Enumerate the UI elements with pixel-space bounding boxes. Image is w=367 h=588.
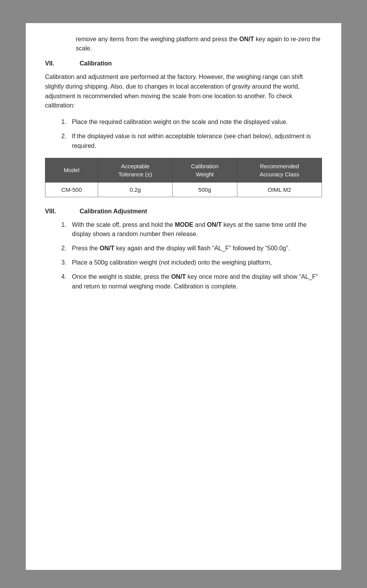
page-content: remove any items from the weighing platf…: [26, 23, 341, 570]
list-item: If the displayed value is not within acc…: [68, 132, 322, 151]
list-item-text: If the displayed value is not within acc…: [72, 133, 311, 149]
table-header-weight: CalibrationWeight: [172, 158, 237, 182]
section8-heading: VIII. Calibration Adjustment: [45, 208, 322, 215]
table-header-accuracy: RecommendedAccuracy Class: [237, 158, 322, 182]
table-row: CM-500 0.2g 500g OIML M2: [45, 182, 322, 197]
list-item-text: Place the required calibration weight on…: [72, 119, 288, 125]
section7-body: Calibration and adjustment are performed…: [45, 72, 322, 111]
list-item: Press the ON/T key again and the display…: [68, 244, 322, 253]
table-header-tolerance: AcceptableTolerance (±): [98, 158, 173, 182]
intro-bold: ON/T: [239, 36, 254, 42]
section7-number: VII.: [45, 60, 68, 67]
section7-title: Calibration: [80, 60, 112, 67]
list-item: With the scale off, press and hold the M…: [68, 220, 322, 240]
intro-paragraph: remove any items from the weighing platf…: [45, 35, 322, 53]
list-item: Place the required calibration weight on…: [68, 117, 322, 127]
calibration-table: Model AcceptableTolerance (±) Calibratio…: [45, 158, 322, 197]
list-item-text: With the scale off, press and hold the M…: [72, 221, 307, 238]
intro-text-before: remove any items from the weighing platf…: [76, 36, 239, 42]
table-cell-model: CM-500: [45, 182, 98, 197]
table-header-model: Model: [45, 158, 98, 182]
list-item-text: Press the ON/T key again and the display…: [72, 245, 290, 251]
section8-title: Calibration Adjustment: [80, 208, 147, 215]
list-item: Once the weight is stable, press the ON/…: [68, 272, 322, 291]
list-item-text: Once the weight is stable, press the ON/…: [72, 273, 318, 290]
section7-list: Place the required calibration weight on…: [68, 117, 322, 151]
section8-list: With the scale off, press and hold the M…: [68, 220, 322, 291]
table-cell-accuracy-class: OIML M2: [237, 182, 322, 197]
table-header-row: Model AcceptableTolerance (±) Calibratio…: [45, 158, 322, 182]
list-item: Place a 500g calibration weight (not inc…: [68, 258, 322, 268]
section7-heading: VII. Calibration: [45, 60, 322, 67]
table-cell-cal-weight: 500g: [172, 182, 237, 197]
section8-number: VIII.: [45, 208, 68, 215]
table-cell-tolerance: 0.2g: [98, 182, 173, 197]
list-item-text: Place a 500g calibration weight (not inc…: [72, 259, 272, 266]
